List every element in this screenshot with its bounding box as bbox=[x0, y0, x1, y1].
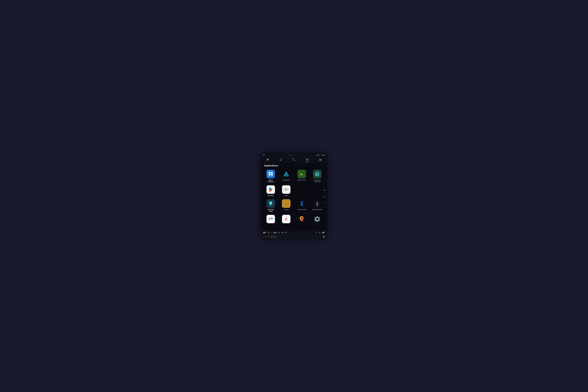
apple-carplay-icon: ▶ bbox=[298, 170, 306, 178]
app-agenda[interactable]: Agenda bbox=[279, 199, 293, 212]
chevron-down-button[interactable]: ✓ bbox=[263, 236, 264, 238]
app-apple-carplay[interactable]: ▶ Apple CarPlay bbox=[295, 169, 309, 183]
car-infotainment-screen: 👤 23°C 15:56 bbox=[261, 153, 327, 239]
playstore-icon bbox=[266, 185, 275, 194]
app-google-assistant[interactable]: Google Assistant bbox=[310, 199, 325, 212]
temperature-display: 23°C bbox=[316, 154, 320, 156]
sync-button[interactable]: SYNC bbox=[273, 232, 277, 233]
nav-phone[interactable] bbox=[290, 157, 298, 162]
notice-label: Noticeutilisateur bbox=[268, 179, 274, 182]
radio-icon bbox=[282, 185, 290, 194]
volume-down-button[interactable]: − bbox=[323, 201, 326, 204]
agenda-label: Agenda bbox=[284, 209, 288, 210]
svg-rect-25 bbox=[271, 218, 273, 219]
page-title: Applications bbox=[263, 164, 325, 167]
app-playstore[interactable]: Play Store bbox=[263, 185, 278, 197]
app-google-news[interactable] bbox=[263, 214, 278, 225]
temp-right-display: 19°° bbox=[322, 232, 325, 234]
aivi2-label: AIVI2 DataLogger bbox=[267, 209, 274, 212]
e-app-icon: É bbox=[282, 215, 290, 223]
svg-rect-14 bbox=[286, 188, 287, 188]
svg-rect-23 bbox=[269, 219, 271, 220]
svg-rect-19 bbox=[317, 206, 318, 206]
settings2-icon bbox=[313, 215, 322, 223]
svg-text:▶: ▶ bbox=[301, 172, 303, 176]
nav-music[interactable] bbox=[277, 157, 285, 162]
status-right: 23°C 15:56 bbox=[316, 154, 325, 156]
svg-rect-24 bbox=[269, 220, 270, 220]
app-settings2[interactable] bbox=[310, 214, 325, 225]
android-auto-icon bbox=[282, 170, 290, 178]
playstore-label: Play Store bbox=[267, 195, 274, 196]
svg-rect-22 bbox=[269, 219, 270, 219]
app-gestionnaire[interactable]: Gestionnaired'appareils bbox=[310, 169, 325, 183]
agenda-icon bbox=[282, 199, 290, 208]
svg-point-16 bbox=[270, 202, 271, 203]
app-e-app[interactable]: É bbox=[279, 214, 293, 225]
gestionnaire-icon bbox=[313, 170, 322, 178]
aivi2-icon bbox=[266, 199, 275, 208]
bottom-controls-bar: ✓ ∧ bbox=[261, 235, 327, 239]
svg-point-10 bbox=[285, 189, 286, 190]
fan-speed-display: 1 bbox=[271, 232, 272, 234]
app-maps[interactable] bbox=[295, 214, 309, 225]
radio-label: Radio bbox=[284, 195, 288, 196]
app-radio[interactable]: Radio bbox=[279, 185, 293, 197]
app-notice[interactable]: Noticeutilisateur bbox=[263, 169, 278, 183]
seat-heat-right-icon[interactable] bbox=[285, 232, 287, 234]
app-bluetooth[interactable]: Audio Bluetooth bbox=[295, 199, 309, 212]
fan-icon[interactable] bbox=[268, 232, 269, 234]
airflow-icon[interactable] bbox=[319, 232, 321, 234]
volume-up-button[interactable]: + bbox=[323, 189, 326, 192]
bluetooth-icon bbox=[298, 199, 306, 208]
google-assistant-label: Google Assistant bbox=[313, 209, 322, 210]
climate-bar: 19o° 1 SYNC A/C bbox=[261, 230, 327, 235]
svg-rect-21 bbox=[269, 218, 271, 218]
fan-control-icon[interactable] bbox=[268, 236, 270, 238]
svg-rect-18 bbox=[317, 205, 318, 206]
nav-apps[interactable] bbox=[303, 157, 311, 162]
svg-rect-12 bbox=[286, 190, 287, 190]
svg-text:É: É bbox=[285, 217, 287, 221]
status-bar: 👤 23°C 15:56 bbox=[261, 153, 327, 156]
svg-rect-13 bbox=[286, 190, 287, 190]
signal-icon: 👤 bbox=[263, 154, 265, 156]
temp-left-display: 19o° bbox=[263, 232, 266, 234]
nav-car[interactable] bbox=[317, 157, 324, 162]
google-news-icon bbox=[266, 215, 275, 223]
seat-heat-left-icon[interactable] bbox=[278, 232, 280, 234]
status-left: 👤 bbox=[263, 154, 265, 156]
time-display: 15:56 bbox=[321, 154, 325, 156]
gestionnaire-label: Gestionnaired'appareils bbox=[314, 179, 321, 182]
bluetooth-label: Audio Bluetooth bbox=[297, 209, 306, 210]
bottom-left-controls: ✓ ∧ bbox=[263, 236, 276, 238]
chevron-up-button[interactable]: ∧ bbox=[265, 236, 267, 238]
lock-icon[interactable] bbox=[323, 236, 325, 238]
notice-icon bbox=[266, 170, 275, 178]
side-controls: + − bbox=[323, 189, 326, 204]
apple-carplay-label: Apple CarPlay bbox=[298, 179, 306, 181]
recirculation-icon[interactable] bbox=[316, 232, 317, 234]
nav-home[interactable] bbox=[264, 157, 271, 162]
svg-rect-11 bbox=[286, 189, 288, 189]
maps-icon bbox=[298, 215, 306, 223]
android-auto-label: Android Auto bbox=[282, 179, 290, 181]
max-icon[interactable] bbox=[271, 236, 273, 238]
screen-icon[interactable] bbox=[274, 236, 276, 238]
google-assistant-icon bbox=[313, 199, 322, 208]
app-android-auto[interactable]: Android Auto bbox=[279, 169, 293, 183]
main-content: Applications Noticeutilisateur bbox=[261, 162, 327, 230]
ac-button[interactable]: A/C bbox=[281, 232, 284, 233]
power-button[interactable] bbox=[323, 195, 326, 198]
app-aivi2[interactable]: AIVI2 DataLogger bbox=[263, 199, 278, 212]
apps-grid: Noticeutilisateur bbox=[263, 169, 325, 225]
bottom-right-controls bbox=[323, 236, 325, 238]
nav-bar bbox=[261, 156, 327, 162]
